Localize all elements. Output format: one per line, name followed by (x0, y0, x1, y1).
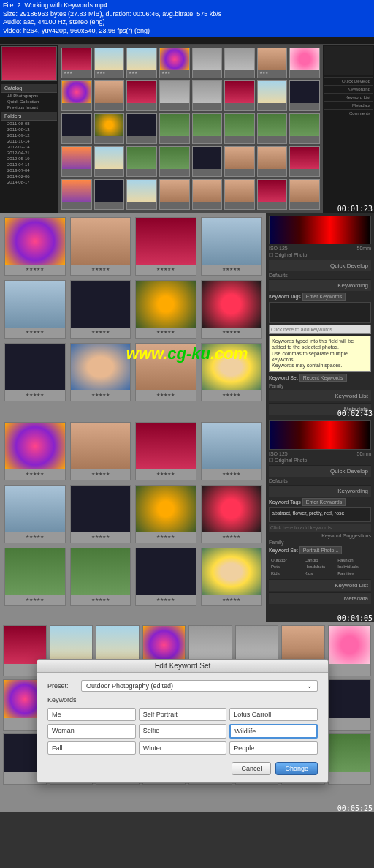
keyword-set-item[interactable]: Individuals (337, 564, 370, 570)
catalog-header[interactable]: Catalog (1, 84, 57, 93)
catalog-prev[interactable]: Previous Import (1, 105, 57, 110)
thumbnail[interactable]: ★★★★★ (135, 485, 196, 543)
folder-item[interactable]: 2011-08-08 (1, 121, 57, 127)
keywording-header[interactable]: Keywording (269, 485, 371, 497)
quick-develop-header[interactable]: Quick Develop (269, 260, 371, 271)
thumbnail[interactable]: ★★★★★ (70, 217, 131, 276)
thumbnail[interactable]: ★★★★★ (4, 280, 66, 339)
thumbnail[interactable] (289, 80, 320, 111)
folder-item[interactable]: 2011-08-13 (1, 127, 57, 132)
keyword-field[interactable]: Self Portrait (139, 708, 227, 721)
thumbnail[interactable] (257, 113, 288, 144)
thumbnail[interactable] (289, 48, 320, 78)
cancel-button[interactable]: Cancel (232, 762, 271, 775)
folder-item[interactable]: 2012-04-21 (1, 150, 57, 156)
thumbnail[interactable]: ★★★★★ (135, 422, 196, 480)
keyword-set-item[interactable]: Fashion (337, 557, 370, 563)
thumbnail[interactable]: ★★★ (159, 48, 190, 78)
thumbnail[interactable] (289, 113, 320, 144)
checkbox-icon[interactable]: ☐ (269, 458, 273, 463)
folder-item[interactable]: 2013-07-04 (1, 167, 57, 173)
thumbnail[interactable]: ★★★★★ (135, 548, 196, 606)
keyword-text-area[interactable]: abstract, flower, pretty, red, rose (269, 507, 371, 522)
thumbnail[interactable] (159, 80, 190, 111)
keyword-field[interactable]: Woman (47, 724, 136, 739)
thumbnail[interactable] (126, 113, 157, 144)
thumbnail[interactable] (126, 146, 157, 177)
navigator-preview[interactable] (1, 46, 57, 81)
folders-header[interactable]: Folders (1, 112, 57, 121)
folder-item[interactable]: 2014-08-17 (1, 179, 57, 185)
thumbnail[interactable] (328, 679, 372, 731)
thumbnail[interactable]: ★★★★★ (4, 422, 66, 480)
keyword-set-item[interactable]: Outdoor (270, 557, 303, 563)
keyword-set-item[interactable]: Kids (270, 570, 303, 576)
thumbnail[interactable]: ★★★★★ (70, 422, 131, 480)
thumbnail[interactable] (224, 113, 255, 144)
thumbnail[interactable] (94, 80, 125, 111)
family-suggestion[interactable]: Family (269, 540, 371, 545)
thumbnail[interactable] (224, 48, 255, 78)
thumbnail[interactable] (61, 113, 92, 144)
thumbnail[interactable]: ★★★★★ (201, 422, 262, 480)
thumbnail[interactable] (159, 146, 190, 177)
quick-develop-header[interactable]: Quick Develop (324, 77, 373, 85)
comments-header[interactable]: Comments (324, 109, 373, 117)
thumbnail[interactable]: ★★★★★ (4, 485, 66, 543)
change-button[interactable]: Change (275, 762, 318, 775)
keywording-header[interactable]: Keywording (324, 85, 373, 93)
keyword-set-item[interactable]: Pets (270, 564, 303, 570)
keyword-list-header[interactable]: Keyword List (269, 390, 371, 401)
thumbnail[interactable]: ★★★ (61, 48, 92, 78)
keyword-field[interactable]: Winter (139, 741, 227, 755)
keyword-field[interactable]: Selfie (139, 724, 227, 739)
thumbnail[interactable] (289, 179, 320, 210)
thumbnail-grid[interactable]: ★★★ ★★★ ★★★ ★★★ ★★★ (58, 45, 323, 213)
thumbnail[interactable] (61, 80, 92, 111)
thumbnail[interactable]: ★★★ (257, 48, 288, 78)
recent-keywords-button[interactable]: Recent Keywords (299, 374, 347, 382)
thumbnail[interactable] (224, 146, 255, 177)
catalog-quick[interactable]: Quick Collection (1, 99, 57, 105)
thumbnail[interactable] (257, 179, 288, 210)
folder-item[interactable]: 2013-04-14 (1, 162, 57, 167)
add-keywords-field[interactable]: Click here to add keywords (269, 524, 371, 532)
keyword-field[interactable]: Me (47, 708, 136, 721)
thumbnail[interactable] (94, 179, 125, 210)
menubar[interactable] (0, 37, 374, 45)
thumbnail[interactable] (61, 179, 92, 210)
thumbnail[interactable] (126, 179, 157, 210)
thumbnail-grid[interactable]: ★★★★★ ★★★★★ ★★★★★ ★★★★★ ★★★★★ ★★★★★ ★★★★… (0, 418, 266, 622)
thumbnail[interactable] (192, 146, 223, 177)
keyword-text-area[interactable] (269, 302, 371, 323)
thumbnail[interactable] (159, 113, 190, 144)
thumbnail[interactable]: ★★★★★ (201, 217, 262, 276)
thumbnail-grid[interactable]: ★★★★★ ★★★★★ ★★★★★ ★★★★★ ★★★★★ ★★★★★ ★★★★… (0, 213, 266, 418)
defaults-label[interactable]: Defaults (269, 273, 371, 278)
thumbnail[interactable] (94, 146, 125, 177)
keyword-field[interactable]: Lotus Carroll (229, 708, 318, 721)
thumbnail[interactable]: ★★★★★ (135, 280, 196, 339)
thumbnail[interactable]: ★★★★★ (201, 280, 262, 339)
folder-item[interactable]: 2011-10-14 (1, 138, 57, 144)
keyword-set-item[interactable]: Families (337, 570, 370, 576)
thumbnail[interactable]: ★★★★★ (70, 485, 131, 543)
catalog-all[interactable]: All Photographs (1, 93, 57, 99)
thumbnail[interactable] (257, 146, 288, 177)
thumbnail[interactable] (192, 179, 223, 210)
enter-keywords-button[interactable]: Enter Keywords (302, 498, 346, 506)
metadata-header[interactable]: Metadata (269, 592, 371, 604)
keyword-set-item[interactable]: Candid (304, 557, 337, 563)
thumbnail[interactable] (328, 625, 372, 676)
folder-item[interactable]: 2012-02-14 (1, 144, 57, 150)
keyword-list-header[interactable]: Keyword List (324, 93, 373, 101)
thumbnail[interactable] (126, 80, 157, 111)
thumbnail[interactable]: ★★★★★ (201, 548, 262, 606)
thumbnail[interactable] (224, 80, 255, 111)
preset-select[interactable]: Outdoor Photography (edited) ⌄ (81, 680, 318, 692)
enter-keywords-button[interactable]: Enter Keywords (302, 293, 346, 301)
thumbnail[interactable]: ★★★★★ (201, 485, 262, 543)
checkbox-icon[interactable]: ☐ (269, 252, 273, 257)
add-keywords-input[interactable] (269, 325, 371, 334)
keyword-list-header[interactable]: Keyword List (269, 579, 371, 591)
